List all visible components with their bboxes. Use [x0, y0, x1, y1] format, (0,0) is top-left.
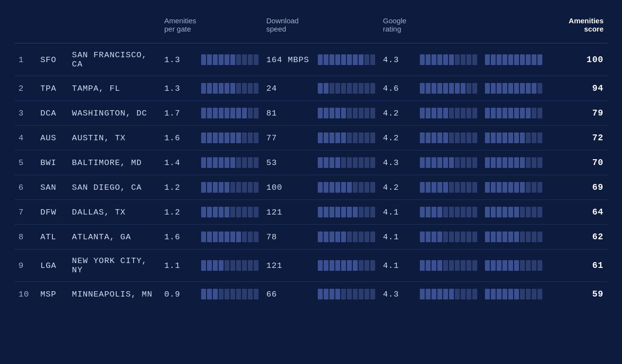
- cell-ds: 78: [262, 225, 379, 249]
- bar-block: [485, 207, 490, 217]
- bar-block: [341, 182, 346, 193]
- bar-block: [420, 157, 425, 168]
- cell-score: 69: [481, 175, 607, 200]
- bar-block: [520, 182, 525, 193]
- bar-block: [449, 54, 454, 65]
- bar-block: [335, 260, 340, 271]
- bar-block: [426, 108, 431, 118]
- bar-block: [230, 83, 235, 94]
- bar-block: [526, 157, 531, 168]
- bar-block: [254, 232, 259, 242]
- bar-block: [526, 182, 531, 193]
- bar-block: [242, 108, 247, 118]
- score-value: 69: [545, 182, 604, 192]
- bar-block: [497, 108, 501, 118]
- bar-block: [485, 54, 490, 65]
- cell-ds: 100: [262, 175, 379, 200]
- bar-block: [207, 108, 212, 118]
- cell-rank: 10: [15, 282, 36, 307]
- bar-block: [347, 289, 352, 299]
- bar-block: [353, 182, 358, 193]
- bar-block: [242, 182, 247, 193]
- bar-block: [526, 132, 531, 143]
- bar-block: [219, 83, 224, 94]
- bar-block: [537, 54, 542, 65]
- bar-block: [508, 157, 513, 168]
- bar-block: [508, 289, 513, 299]
- cell-gr: 4.6: [379, 76, 481, 101]
- bar-grid: [485, 207, 542, 217]
- header-amenities-score: Amenitiesscore: [481, 10, 607, 43]
- bar-block: [335, 207, 340, 217]
- bar-block: [461, 289, 466, 299]
- gr-value: 4.3: [383, 290, 417, 299]
- bar-block: [432, 207, 436, 217]
- bar-block: [236, 232, 241, 242]
- bar-block: [242, 260, 247, 271]
- cell-apg: 1.2: [160, 175, 262, 200]
- table-row: 5 BWI BALTIMORE, MD 1.4 53 4.3: [15, 150, 607, 175]
- bar-block: [514, 207, 519, 217]
- cell-rank: 8: [15, 225, 36, 249]
- bar-block: [370, 108, 375, 118]
- bar-block: [242, 157, 247, 168]
- cell-airport: MSP: [36, 282, 68, 307]
- bar-block: [449, 232, 454, 242]
- header-google-rating: Googlerating: [379, 10, 481, 43]
- bar-block: [514, 260, 519, 271]
- bar-block: [491, 132, 496, 143]
- score-value: 94: [545, 83, 604, 93]
- bar-block: [497, 83, 501, 94]
- bar-block: [254, 83, 259, 94]
- bar-block: [370, 182, 375, 193]
- cell-apg: 0.9: [160, 282, 262, 307]
- bar-block: [461, 207, 466, 217]
- bar-block: [254, 157, 259, 168]
- apg-value: 1.7: [164, 109, 198, 118]
- table-row: 1 SFO SAN FRANCISCO, CA 1.3 164 MBPS 4.3: [15, 43, 607, 76]
- bar-block: [485, 289, 490, 299]
- bar-block: [502, 132, 507, 143]
- bar-block: [520, 83, 525, 94]
- bar-block: [225, 207, 229, 217]
- bar-block: [466, 260, 471, 271]
- bar-block: [370, 54, 375, 65]
- bar-block: [491, 54, 496, 65]
- bar-block: [353, 83, 358, 94]
- cell-ds: 81: [262, 101, 379, 126]
- gr-value: 4.2: [383, 133, 417, 143]
- bar-block: [318, 83, 323, 94]
- bar-block: [359, 54, 363, 65]
- bar-block: [353, 289, 358, 299]
- bar-block: [347, 157, 352, 168]
- cell-gr: 4.3: [379, 43, 481, 76]
- bar-block: [432, 260, 436, 271]
- bar-grid: [201, 207, 259, 217]
- cell-rank: 9: [15, 249, 36, 282]
- bar-block: [353, 54, 358, 65]
- bar-block: [437, 232, 442, 242]
- bar-block: [426, 289, 431, 299]
- bar-block: [335, 289, 340, 299]
- bar-block: [455, 83, 460, 94]
- bar-block: [335, 108, 340, 118]
- bar-grid: [318, 260, 375, 271]
- cell-gr: 4.1: [379, 225, 481, 249]
- bar-grid: [201, 108, 259, 118]
- bar-block: [420, 289, 425, 299]
- bar-block: [359, 232, 363, 242]
- cell-apg: 1.3: [160, 43, 262, 76]
- cell-city: TAMPA, FL: [68, 76, 160, 101]
- bar-block: [225, 182, 229, 193]
- bar-grid: [318, 289, 375, 299]
- bar-block: [532, 54, 536, 65]
- bar-block: [508, 83, 513, 94]
- bar-block: [236, 260, 241, 271]
- bar-block: [341, 54, 346, 65]
- bar-block: [426, 182, 431, 193]
- bar-block: [248, 157, 253, 168]
- bar-block: [443, 260, 448, 271]
- bar-block: [248, 232, 253, 242]
- bar-grid: [420, 108, 477, 118]
- bar-block: [532, 157, 536, 168]
